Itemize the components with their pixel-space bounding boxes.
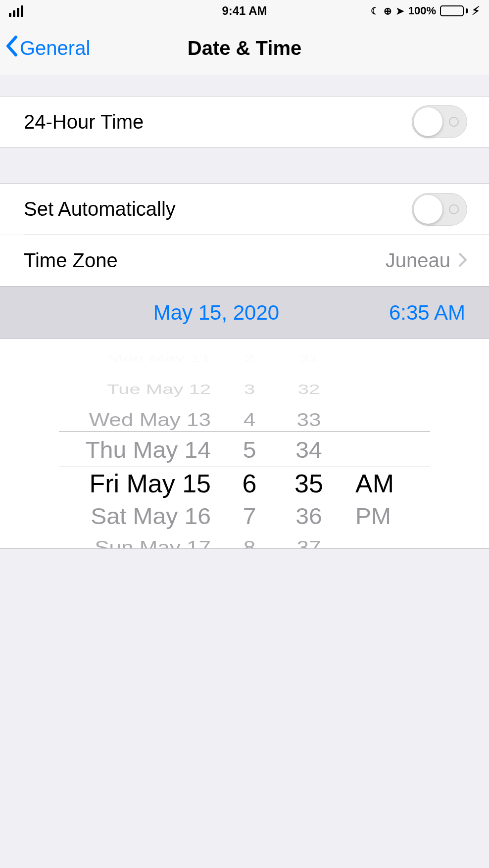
row-label-set-auto: Set Automatically <box>24 198 176 220</box>
back-label: General <box>20 37 90 59</box>
signal-bars-icon <box>9 5 23 17</box>
location-arrow-icon: ➤ <box>396 5 404 17</box>
picker-item: PM <box>355 502 428 531</box>
picker-item: Sat May 16 <box>61 502 211 531</box>
picker-column-hour[interactable]: 2345678910 <box>225 343 274 548</box>
status-left <box>9 5 23 17</box>
selected-time: 6:35 AM <box>389 301 465 325</box>
picker-column-date[interactable]: Mon May 11Tue May 12Wed May 13Thu May 14… <box>61 343 225 548</box>
status-right: ☾ ⊕ ➤ 100% ⚡︎ <box>371 4 480 18</box>
picker-item: 33 <box>274 407 343 433</box>
battery-percent: 100% <box>408 4 436 17</box>
moon-icon: ☾ <box>371 5 380 17</box>
row-selected-datetime[interactable]: May 15, 2020 6:35 AM <box>0 287 489 339</box>
nav-bar: General Date & Time <box>0 22 489 75</box>
picker-item: 7 <box>225 502 274 531</box>
group-set-time: Set Automatically Time Zone Juneau <box>0 183 489 287</box>
picker-item: AM <box>355 466 428 501</box>
back-button[interactable]: General <box>5 35 90 61</box>
picker-item: 4 <box>225 407 274 433</box>
picker-item: 5 <box>225 436 274 465</box>
rotation-lock-icon: ⊕ <box>384 5 392 17</box>
picker-column-minute[interactable]: 313233343536373839 <box>274 343 343 548</box>
row-set-automatically: Set Automatically <box>0 183 489 235</box>
row-label-time-zone: Time Zone <box>24 249 118 272</box>
time-zone-value: Juneau <box>386 249 450 272</box>
toggle-24-hour[interactable] <box>412 105 467 138</box>
charging-icon: ⚡︎ <box>472 4 480 18</box>
row-time-zone[interactable]: Time Zone Juneau <box>0 235 489 287</box>
picker-item: 31 <box>274 350 343 367</box>
status-time: 9:41 AM <box>222 4 267 18</box>
page-title: Date & Time <box>188 37 301 59</box>
chevron-left-icon <box>5 35 19 61</box>
status-bar: 9:41 AM ☾ ⊕ ➤ 100% ⚡︎ <box>0 0 489 22</box>
picker-item: Wed May 13 <box>61 407 211 433</box>
picker-item: Fri May 15 <box>61 466 211 501</box>
row-24-hour-time: 24-Hour Time <box>0 96 489 147</box>
row-value-time-zone: Juneau <box>386 249 467 272</box>
picker-item: Sun May 17 <box>61 534 211 549</box>
picker-item: 35 <box>274 466 343 501</box>
datetime-picker: Mon May 11Tue May 12Wed May 13Thu May 14… <box>0 339 489 549</box>
chevron-right-icon <box>458 249 467 272</box>
picker-item: Tue May 12 <box>61 378 211 399</box>
picker-item: 8 <box>225 534 274 549</box>
picker-item: 2 <box>225 350 274 367</box>
picker-item: 6 <box>225 466 274 501</box>
toggle-set-automatically[interactable] <box>412 193 467 226</box>
picker-column-ampm[interactable]: AMPM <box>343 343 428 548</box>
battery-icon <box>440 5 468 16</box>
row-label-24-hour: 24-Hour Time <box>24 111 144 133</box>
selected-date: May 15, 2020 <box>24 301 320 325</box>
picker-item: Thu May 14 <box>61 436 211 465</box>
picker-item: 3 <box>225 378 274 399</box>
picker-item: 36 <box>274 502 343 531</box>
picker-item: Mon May 11 <box>61 350 211 367</box>
picker-item: 37 <box>274 534 343 549</box>
picker-item: 34 <box>274 436 343 465</box>
picker-item: 32 <box>274 378 343 399</box>
